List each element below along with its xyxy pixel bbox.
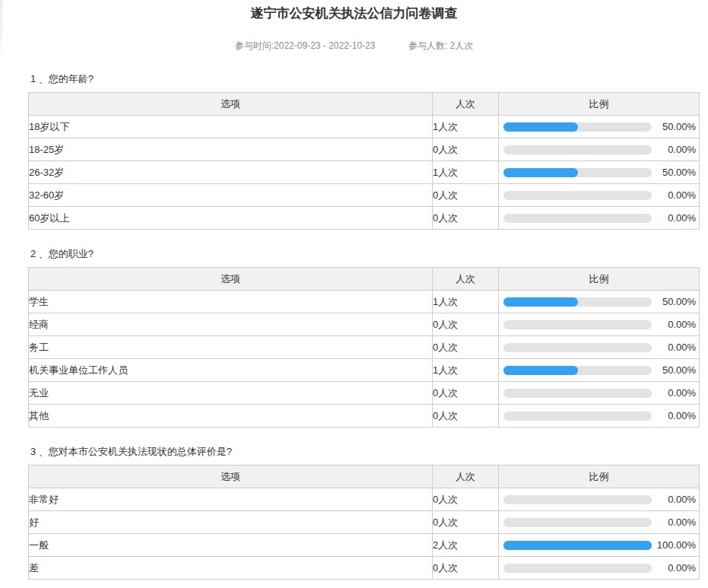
percent-bar-track xyxy=(503,214,652,223)
count-cell: 1人次 xyxy=(433,116,499,138)
percent-bar-row: 0.00% xyxy=(499,410,699,421)
page-title: 遂宁市公安机关执法公信力问卷调查 xyxy=(0,0,708,22)
table-header-row: 选项 人次 比例 xyxy=(29,268,700,291)
option-cell: 26-32岁 xyxy=(29,161,433,184)
ratio-cell: 0.00% xyxy=(499,138,700,161)
count-cell: 0人次 xyxy=(433,336,499,359)
table-row: 非常好 0人次 0.00% xyxy=(29,488,700,511)
option-cell: 18岁以下 xyxy=(29,116,433,138)
table-row: 学生 1人次 50.00% xyxy=(29,291,700,313)
percent-label: 0.00% xyxy=(652,342,696,353)
percent-bar-row: 0.00% xyxy=(499,387,699,399)
option-cell: 学生 xyxy=(29,291,433,313)
percent-bar-row: 0.00% xyxy=(499,319,699,330)
percent-bar-row: 50.00% xyxy=(499,121,699,132)
option-cell: 60岁以上 xyxy=(29,207,433,230)
ratio-cell: 0.00% xyxy=(499,557,700,580)
left-edge-artifact xyxy=(0,0,2,61)
percent-bar-track xyxy=(503,518,652,527)
ratio-cell: 50.00% xyxy=(499,359,700,382)
percent-label: 50.00% xyxy=(652,364,696,376)
participant-count: 参与人数: 2人次 xyxy=(408,40,473,51)
table-row: 无业 0人次 0.00% xyxy=(29,382,700,405)
questions-container: 1 、您的年龄? 选项 人次 比例 18岁以下 1人次 50.00% 18-25… xyxy=(28,72,700,580)
percent-label: 0.00% xyxy=(652,494,696,505)
table-header-row: 选项 人次 比例 xyxy=(29,93,700,116)
ratio-cell: 100.00% xyxy=(499,534,700,557)
table-row: 一般 2人次 100.00% xyxy=(29,534,700,557)
ratio-cell: 50.00% xyxy=(499,291,700,313)
option-cell: 18-25岁 xyxy=(29,138,433,161)
percent-label: 0.00% xyxy=(652,410,696,421)
percent-bar-track xyxy=(503,343,652,352)
header-ratio: 比例 xyxy=(499,93,700,116)
percent-label: 50.00% xyxy=(652,121,696,132)
question-block: 2 、您的职业? 选项 人次 比例 学生 1人次 50.00% 经商 0人次 xyxy=(28,247,700,427)
ratio-cell: 0.00% xyxy=(499,207,700,230)
table-row: 其他 0人次 0.00% xyxy=(29,405,700,427)
percent-bar-fill xyxy=(503,168,578,177)
results-table: 选项 人次 比例 非常好 0人次 0.00% 好 0人次 xyxy=(28,465,700,580)
ratio-cell: 0.00% xyxy=(499,313,700,336)
percent-label: 0.00% xyxy=(652,516,696,528)
percent-bar-track xyxy=(503,297,652,307)
percent-bar-track xyxy=(503,145,652,154)
percent-bar-fill xyxy=(503,366,578,375)
percent-label: 0.00% xyxy=(652,189,696,201)
option-cell: 一般 xyxy=(29,534,433,557)
table-row: 机关事业单位工作人员 1人次 50.00% xyxy=(29,359,700,382)
survey-results-page: 遂宁市公安机关执法公信力问卷调查 参与时间:2022-09-23 - 2022-… xyxy=(0,0,708,588)
percent-bar-row: 0.00% xyxy=(499,144,699,155)
percent-label: 0.00% xyxy=(652,319,696,330)
percent-label: 0.00% xyxy=(652,387,696,399)
table-body: 18岁以下 1人次 50.00% 18-25岁 0人次 0.00% 26-32岁… xyxy=(29,116,700,230)
percent-bar-track xyxy=(503,495,652,504)
ratio-cell: 0.00% xyxy=(499,382,700,405)
table-row: 18岁以下 1人次 50.00% xyxy=(29,116,700,138)
percent-bar-row: 0.00% xyxy=(499,212,699,224)
table-row: 经商 0人次 0.00% xyxy=(29,313,700,336)
percent-bar-track xyxy=(503,564,652,573)
question-title: 1 、您的年龄? xyxy=(30,72,700,85)
option-cell: 机关事业单位工作人员 xyxy=(29,359,433,382)
header-ratio: 比例 xyxy=(499,466,700,488)
percent-bar-row: 50.00% xyxy=(499,364,699,376)
percent-label: 50.00% xyxy=(652,167,696,178)
question-block: 3 、您对本市公安机关执法现状的总体评价是? 选项 人次 比例 非常好 0人次 … xyxy=(28,445,700,580)
percent-bar-track xyxy=(503,122,652,132)
count-cell: 0人次 xyxy=(433,207,499,230)
table-body: 非常好 0人次 0.00% 好 0人次 0.00% 一般 2人次 xyxy=(29,488,700,580)
count-cell: 1人次 xyxy=(433,161,499,184)
header-option: 选项 xyxy=(29,268,433,291)
question-title: 2 、您的职业? xyxy=(30,247,700,260)
percent-bar-row: 0.00% xyxy=(499,562,699,574)
ratio-cell: 0.00% xyxy=(499,184,700,207)
option-cell: 其他 xyxy=(29,405,433,427)
count-cell: 1人次 xyxy=(433,291,499,313)
option-cell: 好 xyxy=(29,511,433,534)
percent-label: 50.00% xyxy=(652,296,696,307)
header-count: 人次 xyxy=(433,466,499,488)
table-row: 好 0人次 0.00% xyxy=(29,511,700,534)
percent-bar-fill xyxy=(503,122,578,132)
ratio-cell: 0.00% xyxy=(499,405,700,427)
header-count: 人次 xyxy=(433,268,499,291)
header-option: 选项 xyxy=(29,466,433,488)
percent-label: 0.00% xyxy=(652,562,696,574)
count-cell: 0人次 xyxy=(433,488,499,511)
header-ratio: 比例 xyxy=(499,268,700,291)
count-cell: 2人次 xyxy=(433,534,499,557)
percent-bar-row: 50.00% xyxy=(499,167,699,178)
header-count: 人次 xyxy=(433,93,499,116)
count-cell: 0人次 xyxy=(433,382,499,405)
survey-meta: 参与时间:2022-09-23 - 2022-10-23 参与人数: 2人次 xyxy=(0,40,708,51)
percent-bar-track xyxy=(503,366,652,375)
option-cell: 务工 xyxy=(29,336,433,359)
count-cell: 0人次 xyxy=(433,313,499,336)
percent-bar-row: 0.00% xyxy=(499,494,699,505)
results-table: 选项 人次 比例 18岁以下 1人次 50.00% 18-25岁 0人次 xyxy=(28,92,700,230)
table-header-row: 选项 人次 比例 xyxy=(29,466,700,488)
count-cell: 0人次 xyxy=(433,557,499,580)
count-cell: 0人次 xyxy=(433,184,499,207)
ratio-cell: 0.00% xyxy=(499,336,700,359)
